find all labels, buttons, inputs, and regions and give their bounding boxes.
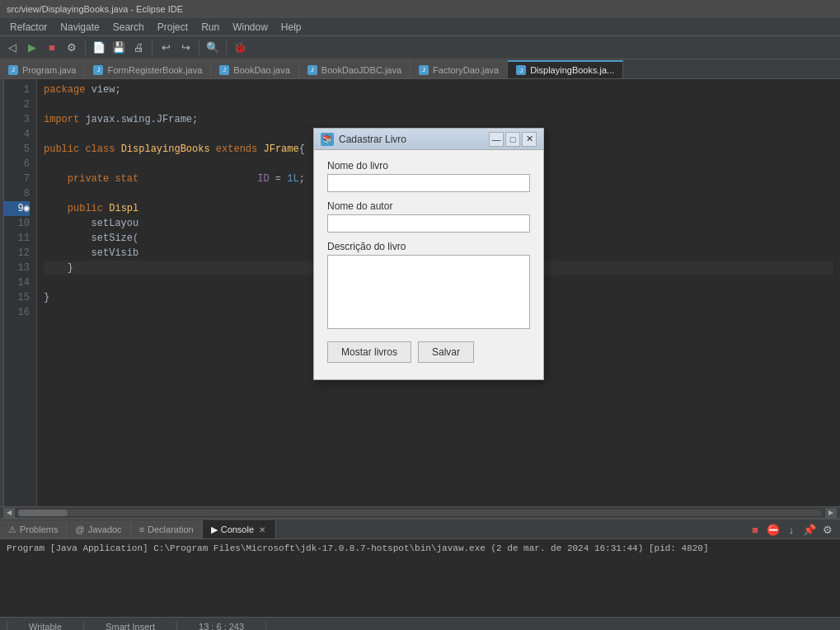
console-content: Program [Java Application] C:\Program Fi… bbox=[0, 539, 840, 617]
tab-displayingbooks[interactable]: J DisplayingBooks.ja... bbox=[508, 60, 623, 78]
console-scroll-btn[interactable]: ↓ bbox=[782, 520, 800, 538]
dialog-body: Nome do livro Nome do autor Descrição do… bbox=[314, 150, 543, 379]
tb-print-btn[interactable]: 🖨 bbox=[129, 39, 148, 57]
line-num-2: 2 bbox=[4, 97, 30, 112]
dialog-titlebar[interactable]: 📚 Cadastrar Livro — □ ✕ bbox=[314, 129, 543, 150]
scroll-thumb[interactable] bbox=[18, 510, 68, 516]
line-num-14: 14 bbox=[4, 275, 30, 290]
menu-navigate[interactable]: Navigate bbox=[54, 20, 106, 35]
line-num-7: 7 bbox=[4, 172, 30, 186]
dialog-minimize-btn[interactable]: — bbox=[489, 132, 504, 147]
tb-sep2 bbox=[152, 40, 153, 55]
status-writable: Writable bbox=[24, 622, 67, 631]
console-icon: ▶ bbox=[211, 524, 218, 535]
tab-factorydao-icon: J bbox=[419, 65, 429, 75]
scroll-right-btn[interactable]: ▶ bbox=[825, 508, 837, 518]
editor-tabs: J Program.java J FormRegisterBook.java J… bbox=[0, 59, 840, 79]
tb-save-btn[interactable]: 💾 bbox=[110, 39, 128, 57]
tb-undo-btn[interactable]: ↩ bbox=[157, 39, 175, 57]
bottom-tabs: ⚠ Problems @ Javadoc ≡ Declaration ▶ Con… bbox=[0, 520, 840, 539]
console-pin-btn[interactable]: 📌 bbox=[800, 520, 819, 538]
line-num-13: 13 bbox=[4, 261, 30, 275]
declaration-icon: ≡ bbox=[139, 524, 144, 534]
scroll-track[interactable] bbox=[18, 510, 822, 516]
description-input[interactable] bbox=[327, 255, 530, 329]
scroll-left-btn[interactable]: ◀ bbox=[3, 508, 15, 518]
menu-help[interactable]: Help bbox=[275, 20, 308, 35]
bottom-panel: ⚠ Problems @ Javadoc ≡ Declaration ▶ Con… bbox=[0, 518, 840, 617]
line-num-11: 11 bbox=[4, 231, 30, 246]
console-clear-btn[interactable]: ■ bbox=[746, 520, 764, 538]
toolbar: ◁ ▶ ■ ⚙ 📄 💾 🖨 ↩ ↪ 🔍 🐞 bbox=[0, 36, 840, 59]
horizontal-scrollbar[interactable]: ◀ ▶ bbox=[0, 506, 840, 518]
tab-console[interactable]: ▶ Console ✕ bbox=[203, 520, 276, 538]
line-num-10: 10 bbox=[4, 216, 30, 231]
tab-displayingbooks-icon: J bbox=[516, 65, 526, 75]
tb-back-btn[interactable]: ◁ bbox=[3, 39, 21, 57]
status-bar: Writable Smart Insert 13 : 6 : 243 bbox=[0, 617, 840, 630]
dialog-footer: Mostar livros Salvar bbox=[327, 341, 530, 369]
menu-window[interactable]: Window bbox=[226, 20, 275, 35]
line-num-16: 16 bbox=[4, 305, 30, 320]
tb-build-btn[interactable]: ⚙ bbox=[63, 39, 81, 57]
code-line-2 bbox=[44, 97, 833, 112]
line-num-12: 12 bbox=[4, 246, 30, 261]
menu-refactor[interactable]: Refactor bbox=[3, 20, 54, 35]
console-settings-btn[interactable]: ⚙ bbox=[819, 520, 837, 538]
tb-sep3 bbox=[199, 40, 199, 55]
title-text: src/view/DisplayingBooks.java - Eclipse … bbox=[7, 4, 183, 14]
console-output: Program [Java Application] C:\Program Fi… bbox=[7, 543, 709, 553]
tb-stop-btn[interactable]: ■ bbox=[43, 39, 61, 57]
tb-redo-btn[interactable]: ↪ bbox=[176, 39, 195, 57]
tb-file-btn[interactable]: 📄 bbox=[90, 39, 108, 57]
dialog-close-btn[interactable]: ✕ bbox=[522, 132, 537, 147]
dialog-title-text: Cadastrar Livro bbox=[339, 134, 487, 145]
line-num-15: 15 bbox=[4, 290, 30, 305]
tab-factorydao[interactable]: J FactoryDao.java bbox=[411, 60, 508, 78]
menu-run[interactable]: Run bbox=[195, 20, 226, 35]
tb-search-btn[interactable]: 🔍 bbox=[204, 39, 222, 57]
problems-icon: ⚠ bbox=[8, 524, 16, 535]
tb-debug-btn[interactable]: 🐞 bbox=[231, 39, 249, 57]
book-name-input[interactable] bbox=[327, 174, 530, 192]
menu-project[interactable]: Project bbox=[151, 20, 195, 35]
tab-formregister[interactable]: J FormRegisterBook.java bbox=[85, 60, 211, 78]
show-books-btn[interactable]: Mostar livros bbox=[327, 341, 411, 363]
tab-program[interactable]: J Program.java bbox=[0, 60, 85, 78]
tab-formregister-icon: J bbox=[93, 65, 103, 75]
tab-bookdaojdbc[interactable]: J BookDaoJDBC.java bbox=[299, 60, 411, 78]
save-btn[interactable]: Salvar bbox=[418, 341, 474, 363]
tb-sep1 bbox=[85, 40, 86, 55]
tb-sep4 bbox=[226, 40, 227, 55]
dialog-cadastrar-livro: 📚 Cadastrar Livro — □ ✕ Nome do livro No… bbox=[313, 128, 544, 380]
line-num-4: 4 bbox=[4, 127, 30, 142]
line-num-9: 9◉ bbox=[4, 201, 30, 216]
status-sep1 bbox=[7, 621, 7, 631]
book-name-label: Nome do livro bbox=[327, 160, 530, 172]
tab-javadoc[interactable]: @ Javadoc bbox=[67, 520, 130, 538]
tb-run-btn[interactable]: ▶ bbox=[23, 39, 41, 57]
tab-program-icon: J bbox=[8, 65, 18, 75]
tab-problems[interactable]: ⚠ Problems bbox=[0, 520, 67, 538]
status-insert-mode: Smart Insert bbox=[101, 622, 160, 631]
author-name-input[interactable] bbox=[327, 214, 530, 233]
console-close-btn[interactable]: ✕ bbox=[257, 524, 267, 534]
status-position: 13 : 6 : 243 bbox=[194, 622, 249, 631]
code-line-3: import javax.swing.JFrame; bbox=[44, 112, 833, 127]
line-num-3: 3 bbox=[4, 112, 30, 127]
menu-bar: Refactor Navigate Search Project Run Win… bbox=[0, 18, 840, 36]
line-num-5: 5 bbox=[4, 142, 30, 157]
line-num-8: 8 bbox=[4, 186, 30, 201]
line-num-1: 1 bbox=[4, 82, 30, 97]
menu-search[interactable]: Search bbox=[106, 20, 151, 35]
tab-declaration[interactable]: ≡ Declaration bbox=[131, 520, 203, 538]
console-stop-btn[interactable]: ⛔ bbox=[764, 520, 782, 538]
dialog-maximize-btn[interactable]: □ bbox=[505, 132, 520, 147]
status-sep3 bbox=[176, 621, 177, 631]
dialog-title-icon: 📚 bbox=[321, 133, 334, 146]
tab-bookdao[interactable]: J BookDao.java bbox=[211, 60, 299, 78]
status-sep2 bbox=[83, 621, 84, 631]
tab-bookdao-icon: J bbox=[219, 65, 229, 75]
bottom-toolbar: ■ ⛔ ↓ 📌 ⚙ bbox=[276, 520, 840, 538]
line-num-6: 6 bbox=[4, 157, 30, 172]
